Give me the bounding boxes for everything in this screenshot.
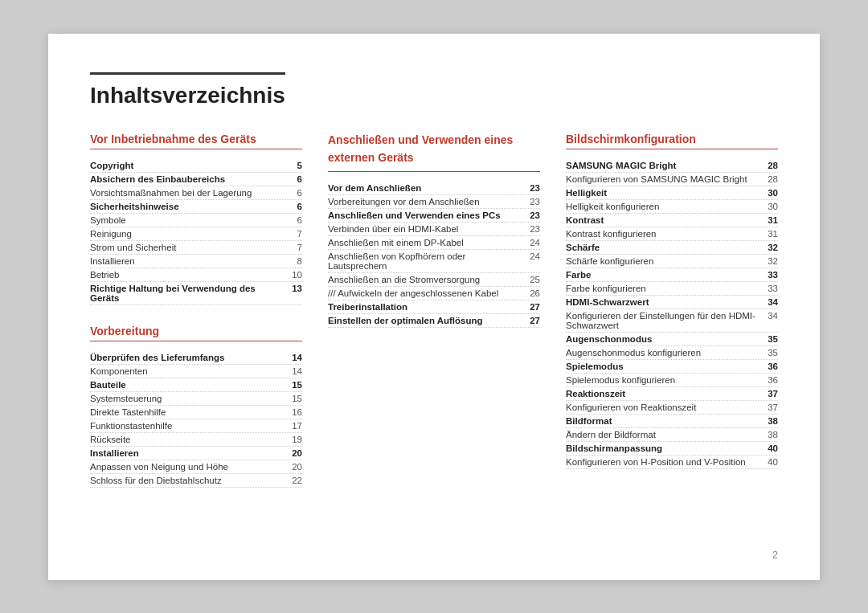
- toc-entry: Helligkeit 30: [566, 186, 778, 200]
- toc-entry: Bauteile 15: [90, 378, 302, 392]
- toc-entry: Kontrast 31: [566, 214, 778, 227]
- section-title-4: Bildschirmkonfiguration: [566, 133, 778, 149]
- toc-entry: Kontrast konfigurieren 31: [566, 227, 778, 241]
- toc-entry: Strom und Sicherheit 7: [90, 241, 302, 255]
- page: Inhaltsverzeichnis Vor Inbetriebnahme de…: [48, 34, 820, 580]
- toc-entry: Systemsteuerung 15: [90, 392, 302, 406]
- toc-entry: Konfigurieren von SAMSUNG MAGIC Bright 2…: [566, 173, 778, 186]
- section-title-2: Vorbereitung: [90, 325, 302, 341]
- toc-entry: SAMSUNG MAGIC Bright 28: [566, 159, 778, 173]
- toc-entry: Treiberinstallation 27: [328, 300, 540, 314]
- toc-entry: Augenschonmodus 35: [566, 333, 778, 346]
- toc-entry: Installieren 20: [90, 447, 302, 460]
- page-title: Inhaltsverzeichnis: [90, 72, 285, 108]
- toc-entry: Vorbereitungen vor dem Anschließen 23: [328, 195, 540, 209]
- toc-entry: /// Aufwickeln der angeschlossenen Kabel…: [328, 287, 540, 300]
- toc-entry: Reaktionszeit 37: [566, 387, 778, 401]
- toc-entry: HDMI-Schwarzwert 34: [566, 296, 778, 309]
- toc-entry: Komponenten 14: [90, 365, 302, 378]
- toc-entry: Direkte Tastenhilfe 16: [90, 406, 302, 419]
- toc-entry: Installieren 8: [90, 255, 302, 268]
- toc-entry: Vorsichtsmaßnahmen bei der Lagerung 6: [90, 186, 302, 200]
- toc-entry: Helligkeit konfigurieren 30: [566, 200, 778, 214]
- toc-entry: Schärfe konfigurieren 32: [566, 255, 778, 268]
- toc-entry: Richtige Haltung bei Verwendung des Gerä…: [90, 282, 302, 305]
- toc-entry: Sicherheitshinweise 6: [90, 200, 302, 214]
- toc-entry: Copyright 5: [90, 159, 302, 173]
- toc-entry: Anschließen von Kopfhörern oder Lautspre…: [328, 250, 540, 273]
- toc-entry: Funktionstastenhilfe 17: [90, 419, 302, 433]
- toc-entry: Absichern des Einbaubereichs 6: [90, 173, 302, 186]
- toc-entry: Anpassen von Neigung und Höhe 20: [90, 460, 302, 474]
- toc-entry: Symbole 6: [90, 214, 302, 227]
- column-2: Anschließen und Verwenden eines externen…: [328, 133, 540, 507]
- toc-entry: Überprüfen des Lieferumfangs 14: [90, 351, 302, 365]
- toc-entry: Anschließen mit einem DP-Kabel 24: [328, 236, 540, 250]
- section-title-1: Vor Inbetriebnahme des Geräts: [90, 133, 302, 149]
- toc-entry: Augenschonmodus konfigurieren 35: [566, 346, 778, 360]
- section-vorbereitung: Vorbereitung Überprüfen des Lieferumfang…: [90, 325, 302, 488]
- toc-entry: Rückseite 19: [90, 433, 302, 447]
- toc-columns: Vor Inbetriebnahme des Geräts Copyright …: [90, 133, 778, 507]
- toc-entry: Bildschirmanpassung 40: [566, 442, 778, 456]
- toc-entry: Farbe konfigurieren 33: [566, 282, 778, 296]
- toc-entry: Reinigung 7: [90, 227, 302, 241]
- page-number: 2: [772, 549, 778, 561]
- toc-entry: Schloss für den Diebstahlschutz 22: [90, 474, 302, 488]
- toc-entry: Spielemodus 36: [566, 360, 778, 374]
- section-vor-inbetriebnahme: Vor Inbetriebnahme des Geräts Copyright …: [90, 133, 302, 305]
- toc-entry: Konfigurieren der Einstellungen für den …: [566, 309, 778, 333]
- toc-entry: Anschließen an die Stromversorgung 25: [328, 273, 540, 287]
- toc-entry: Konfigurieren von H-Position und V-Posit…: [566, 456, 778, 469]
- section-title-3: Anschließen und Verwenden eines externen…: [328, 133, 540, 172]
- toc-entry: Ändern der Bildformat 38: [566, 428, 778, 442]
- toc-entry: Einstellen der optimalen Auflösung 27: [328, 314, 540, 328]
- column-1: Vor Inbetriebnahme des Geräts Copyright …: [90, 133, 302, 507]
- toc-entry: Verbinden über ein HDMI-Kabel 23: [328, 223, 540, 236]
- section-bildschirmkonfiguration: Bildschirmkonfiguration SAMSUNG MAGIC Br…: [566, 133, 778, 469]
- toc-entry: Vor dem Anschließen 23: [328, 182, 540, 195]
- toc-entry: Bildformat 38: [566, 415, 778, 428]
- toc-entry: Anschließen und Verwenden eines PCs 23: [328, 209, 540, 223]
- toc-entry: Spielemodus konfigurieren 36: [566, 374, 778, 387]
- toc-entry: Schärfe 32: [566, 241, 778, 255]
- toc-entry: Betrieb 10: [90, 268, 302, 282]
- column-3: Bildschirmkonfiguration SAMSUNG MAGIC Br…: [566, 133, 778, 507]
- section-anschliessen: Anschließen und Verwenden eines externen…: [328, 133, 540, 328]
- toc-entry: Farbe 33: [566, 268, 778, 282]
- toc-entry: Konfigurieren von Reaktionszeit 37: [566, 401, 778, 415]
